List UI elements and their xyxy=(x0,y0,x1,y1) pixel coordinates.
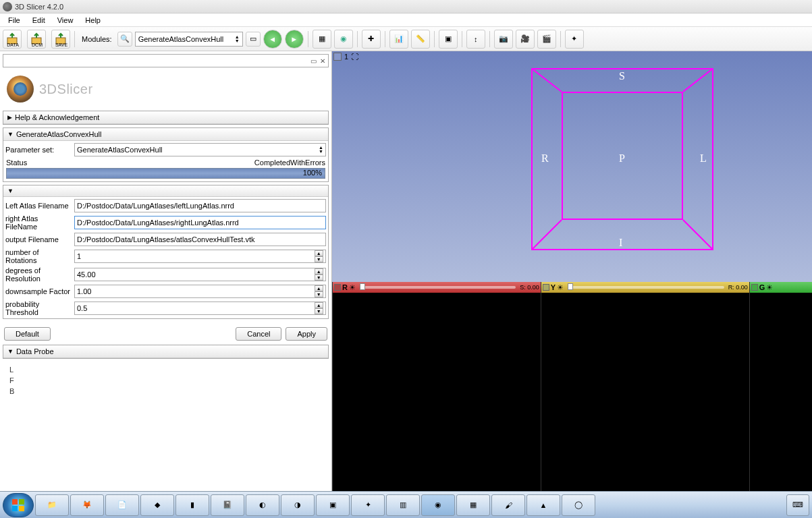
help-panel-header[interactable]: ▶Help & Acknowledgement xyxy=(3,111,328,124)
taskbar-keyboard[interactable]: ⌨ xyxy=(786,494,809,516)
label-L: L xyxy=(700,152,707,165)
module-selector[interactable]: GenerateAtlasConvexHull ▲▼ xyxy=(135,32,243,47)
status-label: Status xyxy=(6,159,27,167)
search-close-icon[interactable]: ✕ xyxy=(319,57,327,65)
output-input[interactable] xyxy=(77,235,323,243)
module-spinner-icon[interactable]: ▲▼ xyxy=(235,35,240,43)
green-slice-header[interactable]: G ☀ xyxy=(750,282,812,293)
sun-icon[interactable]: ☀ xyxy=(349,283,356,292)
pin-icon[interactable] xyxy=(333,53,342,61)
load-dicom-button[interactable] xyxy=(27,30,46,49)
triangle-right-icon: ▶ xyxy=(7,114,12,121)
scene-view-icon[interactable]: 🎥 xyxy=(516,30,535,49)
progress-percent: 100% xyxy=(303,169,322,177)
markup-icon[interactable]: ↕ xyxy=(466,30,485,49)
sun-icon[interactable]: ☀ xyxy=(557,283,564,292)
module-settings-button[interactable]: ▭ xyxy=(246,32,261,47)
taskbar-explorer[interactable]: 📁 xyxy=(35,494,69,516)
taskbar-terminal[interactable]: ▮ xyxy=(175,494,209,516)
green-slice-view[interactable]: G ☀ xyxy=(749,282,812,491)
degrees-spinner[interactable]: ▲▼ xyxy=(315,268,323,281)
degrees-input[interactable] xyxy=(77,270,315,279)
chart-icon[interactable]: 📊 xyxy=(389,30,408,49)
red-letter: R xyxy=(342,283,348,291)
screenshot-icon[interactable]: 📷 xyxy=(494,30,513,49)
rotations-input[interactable] xyxy=(77,252,315,260)
layout-3d-icon[interactable]: ◉ xyxy=(334,30,353,49)
taskbar-git[interactable]: ◆ xyxy=(140,494,174,516)
apply-button[interactable]: Apply xyxy=(286,327,327,341)
taskbar-word[interactable]: 📄 xyxy=(105,494,139,516)
yellow-slice-view[interactable]: Y ☀ R: 0.00 xyxy=(541,282,749,491)
taskbar-app1[interactable]: ◐ xyxy=(246,494,279,516)
nav-back-button[interactable]: ◄ xyxy=(263,30,282,49)
menu-view[interactable]: View xyxy=(52,15,79,26)
dataprobe-header[interactable]: ▼Data Probe xyxy=(3,345,328,358)
paramset-select[interactable]: GenerateAtlasConvexHull ▲▼ xyxy=(74,143,326,156)
yellow-slider[interactable] xyxy=(568,286,724,289)
help-panel: ▶Help & Acknowledgement xyxy=(3,111,329,125)
dataprobe-values: L F B xyxy=(1,360,330,401)
menu-edit[interactable]: Edit xyxy=(27,15,51,26)
right-atlas-label: right Atlas FileName xyxy=(5,214,72,231)
view-pin[interactable]: 1 ⛶ xyxy=(333,53,358,61)
layout-conventional-icon[interactable]: ▦ xyxy=(313,30,331,49)
start-button[interactable] xyxy=(3,493,34,517)
taskbar-app3[interactable]: ▣ xyxy=(316,494,350,516)
left-atlas-input[interactable] xyxy=(77,202,323,210)
module-search-box[interactable]: ▭ ✕ xyxy=(3,54,329,67)
capture-viewport-icon[interactable]: ▣ xyxy=(439,30,458,49)
taskbar-app2[interactable]: ◑ xyxy=(281,494,315,516)
nav-forward-button[interactable]: ► xyxy=(285,30,304,49)
probability-spinner[interactable]: ▲▼ xyxy=(315,302,323,314)
cancel-button[interactable]: Cancel xyxy=(236,327,281,341)
green-pin-icon[interactable] xyxy=(751,284,758,291)
svg-rect-0 xyxy=(7,38,17,44)
taskbar-app5[interactable]: ▥ xyxy=(386,494,420,516)
sun-icon[interactable]: ☀ xyxy=(766,283,773,292)
svg-rect-10 xyxy=(19,506,24,511)
crosshair-icon[interactable]: ✚ xyxy=(362,30,381,49)
button-row: Default Cancel Apply xyxy=(4,327,327,341)
downsample-spinner[interactable]: ▲▼ xyxy=(315,285,323,297)
search-minimize-icon[interactable]: ▭ xyxy=(309,57,317,65)
red-slider[interactable] xyxy=(360,286,516,289)
taskbar-notepad[interactable]: 📓 xyxy=(211,494,244,516)
maximize-icon[interactable]: ⛶ xyxy=(351,53,358,61)
paramset-spinner-icon[interactable]: ▲▼ xyxy=(319,146,323,154)
default-button[interactable]: Default xyxy=(4,327,51,341)
ruler-icon[interactable]: 📏 xyxy=(411,30,430,49)
params-panel-header[interactable]: ▼ xyxy=(3,185,328,197)
probability-input[interactable] xyxy=(77,304,315,312)
module-search-button[interactable]: 🔍 xyxy=(117,32,132,47)
taskbar-app4[interactable]: ✦ xyxy=(351,494,385,516)
menu-help[interactable]: Help xyxy=(80,15,106,26)
right-atlas-input[interactable] xyxy=(77,219,323,227)
red-pin-icon[interactable] xyxy=(334,284,341,291)
svg-rect-1 xyxy=(32,38,41,44)
save-button[interactable] xyxy=(51,30,70,49)
taskbar-firefox[interactable]: 🦊 xyxy=(70,494,104,516)
yellow-pin-icon[interactable] xyxy=(543,284,549,291)
window-title: 3D Slicer 4.2.0 xyxy=(15,3,63,11)
taskbar-chrome[interactable]: ◯ xyxy=(562,494,595,516)
taskbar-app6[interactable]: ▦ xyxy=(456,494,490,516)
svg-rect-2 xyxy=(56,38,65,44)
green-letter: G xyxy=(759,283,765,291)
red-slice-view[interactable]: R ☀ S: 0.00 xyxy=(332,282,541,491)
module-panel-header[interactable]: ▼GenerateAtlasConvexHull xyxy=(3,128,328,141)
red-slice-header[interactable]: R ☀ S: 0.00 xyxy=(333,282,541,293)
menu-file[interactable]: File xyxy=(3,15,26,26)
3d-view[interactable]: 1 ⛶ S I R L P xyxy=(332,51,812,282)
rotations-spinner[interactable]: ▲▼ xyxy=(315,250,323,262)
taskbar-gimp[interactable]: 🖌 xyxy=(491,494,525,516)
annotation-icon[interactable]: ✦ xyxy=(565,30,584,49)
taskbar-slicer[interactable]: ◉ xyxy=(421,494,455,516)
taskbar-cmake[interactable]: ▲ xyxy=(526,494,560,516)
titlebar: 3D Slicer 4.2.0 xyxy=(0,0,812,13)
downsample-input[interactable] xyxy=(77,287,315,295)
yellow-slice-header[interactable]: Y ☀ R: 0.00 xyxy=(541,282,749,293)
load-data-button[interactable] xyxy=(3,30,22,49)
slicer-logo-icon xyxy=(7,76,34,103)
record-icon[interactable]: 🎬 xyxy=(537,30,556,49)
